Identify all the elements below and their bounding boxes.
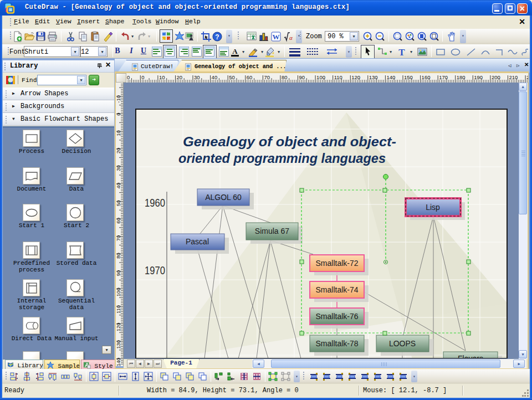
svg-text:ALGOL 60: ALGOL 60 xyxy=(205,193,242,202)
svg-text:110: 110 xyxy=(116,305,121,314)
svg-text:70: 70 xyxy=(264,74,270,80)
svg-text:40: 40 xyxy=(116,183,121,189)
svg-text:LOOPS: LOOPS xyxy=(389,339,416,348)
svg-text:Pascal: Pascal xyxy=(186,237,209,246)
svg-text:-10: -10 xyxy=(116,95,121,103)
svg-text:140: 140 xyxy=(116,358,121,366)
svg-text:10: 10 xyxy=(159,74,165,80)
svg-text:Smalltalk-72: Smalltalk-72 xyxy=(315,259,358,268)
svg-text:1970: 1970 xyxy=(145,264,165,276)
svg-text:Lisp: Lisp xyxy=(426,203,440,212)
svg-text:80: 80 xyxy=(282,74,288,80)
svg-text:Smalltalk-74: Smalltalk-74 xyxy=(315,285,358,294)
svg-text:80: 80 xyxy=(116,253,121,259)
svg-text:50: 50 xyxy=(229,74,235,80)
svg-text:0: 0 xyxy=(116,113,121,116)
svg-text:110: 110 xyxy=(334,74,342,80)
svg-text:oriented programming languages: oriented programming languages xyxy=(178,151,386,166)
svg-text:W: W xyxy=(273,33,280,41)
svg-text:1960: 1960 xyxy=(145,196,165,209)
svg-text:60: 60 xyxy=(247,74,253,80)
svg-text:60: 60 xyxy=(116,218,121,224)
svg-text:Smalltalk-78: Smalltalk-78 xyxy=(315,339,358,348)
svg-text:Flavors: Flavors xyxy=(458,354,483,358)
svg-text:220: 220 xyxy=(526,74,528,80)
svg-text:Smalltalk-76: Smalltalk-76 xyxy=(315,312,358,321)
svg-text:100: 100 xyxy=(116,288,121,296)
svg-text:30: 30 xyxy=(116,165,121,171)
svg-text:120: 120 xyxy=(116,323,121,332)
svg-text:0: 0 xyxy=(141,74,144,80)
svg-text:0: 0 xyxy=(127,74,130,80)
svg-text:Genealogy of object and object: Genealogy of object and object- xyxy=(183,135,396,149)
svg-text:A: A xyxy=(232,47,238,55)
svg-text:20: 20 xyxy=(116,148,121,154)
svg-text:Simula 67: Simula 67 xyxy=(255,227,289,235)
svg-text:40: 40 xyxy=(212,74,218,80)
svg-text:α: α xyxy=(289,34,293,41)
svg-text:70: 70 xyxy=(116,235,121,242)
svg-text:T: T xyxy=(398,47,405,58)
svg-text:10: 10 xyxy=(116,130,121,136)
svg-text:50: 50 xyxy=(116,200,121,206)
svg-text:90: 90 xyxy=(116,270,121,276)
svg-text:20: 20 xyxy=(177,74,183,80)
svg-text:?: ? xyxy=(215,33,219,41)
svg-text:30: 30 xyxy=(194,74,200,80)
svg-text:90: 90 xyxy=(299,74,305,80)
svg-text:130: 130 xyxy=(116,340,121,349)
